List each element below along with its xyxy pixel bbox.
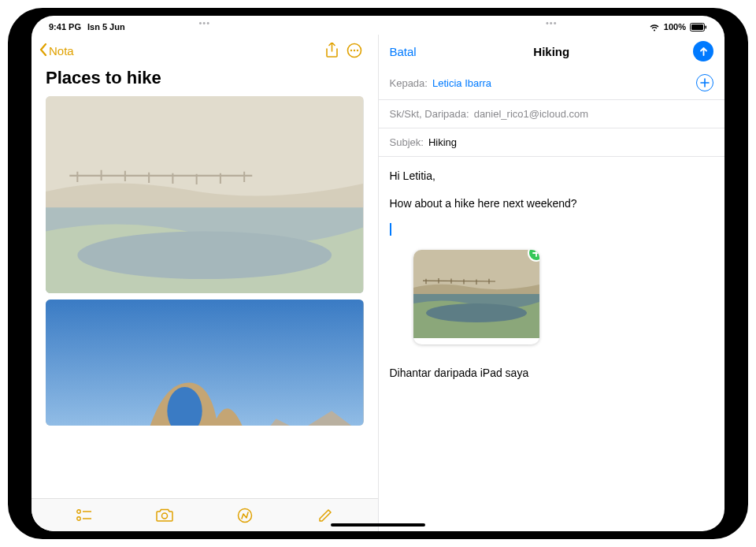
share-button[interactable] <box>321 39 343 61</box>
status-time: 9:41 PG <box>49 22 81 32</box>
notes-pane: ••• Nota Places to hike <box>32 16 378 531</box>
from-row[interactable]: Sk/Skt, Daripada: daniel_rico1@icloud.co… <box>379 100 725 128</box>
more-icon <box>346 43 362 58</box>
svg-point-25 <box>161 513 167 519</box>
status-date: Isn 5 Jun <box>87 22 125 32</box>
home-indicator[interactable] <box>331 523 425 527</box>
svg-point-6 <box>356 50 358 51</box>
body-line-2: How about a hike here next weekend? <box>390 195 714 212</box>
send-button[interactable] <box>693 41 713 61</box>
wifi-icon <box>649 22 660 32</box>
from-label: Sk/Skt, Daripada: <box>390 108 469 120</box>
back-button[interactable]: Nota <box>39 43 74 58</box>
note-image-1[interactable] <box>46 96 364 293</box>
subject-value: Hiking <box>428 136 457 148</box>
svg-rect-7 <box>46 96 363 199</box>
cancel-button[interactable]: Batal <box>390 45 417 58</box>
share-icon <box>325 43 339 58</box>
add-contact-button[interactable] <box>696 74 713 91</box>
screen: 9:41 PG Isn 5 Jun 100% ••• <box>32 16 724 531</box>
svg-point-4 <box>350 50 351 51</box>
chevron-left-icon <box>39 43 47 58</box>
to-recipient[interactable]: Leticia Ibarra <box>432 77 491 89</box>
mail-pane: ••• Batal Hiking Kepada: Leticia Ibarra … <box>379 16 725 531</box>
markup-icon <box>237 508 253 523</box>
ipad-frame: 9:41 PG Isn 5 Jun 100% ••• <box>8 8 748 539</box>
notes-toolbar: Nota <box>32 35 378 65</box>
svg-point-21 <box>77 509 80 512</box>
send-icon <box>699 47 709 57</box>
compose-icon <box>317 508 333 523</box>
to-label: Kepada: <box>390 77 428 89</box>
subject-row[interactable]: Subjek: Hiking <box>379 128 725 157</box>
from-value: daniel_rico1@icloud.com <box>474 108 588 120</box>
back-label: Nota <box>49 44 74 58</box>
checklist-button[interactable] <box>73 504 95 527</box>
svg-line-36 <box>423 281 495 281</box>
camera-icon <box>156 508 173 522</box>
note-image-2[interactable] <box>46 300 364 426</box>
markup-button[interactable] <box>234 504 256 527</box>
svg-point-23 <box>77 516 80 519</box>
checklist-icon <box>76 509 92 522</box>
svg-point-18 <box>77 231 332 279</box>
mail-signature: Dihantar daripada iPad saya <box>390 365 714 381</box>
mail-title: Hiking <box>533 45 569 58</box>
subject-label: Subjek: <box>390 136 424 148</box>
attachment-image[interactable] <box>413 250 539 344</box>
note-title[interactable]: Places to hike <box>32 65 378 96</box>
svg-point-37 <box>426 303 527 322</box>
svg-rect-1 <box>691 24 703 30</box>
add-attachment-icon <box>532 250 539 257</box>
notes-bottom-toolbar <box>32 498 378 531</box>
status-battery-pct: 100% <box>664 22 686 32</box>
multitask-dots-left[interactable]: ••• <box>198 18 210 28</box>
multitask-dots-right[interactable]: ••• <box>546 18 558 28</box>
svg-point-5 <box>353 50 354 51</box>
battery-icon <box>690 22 707 32</box>
more-button[interactable] <box>343 39 365 61</box>
svg-rect-2 <box>706 26 707 29</box>
mail-toolbar: Batal Hiking <box>379 35 725 66</box>
status-bar: 9:41 PG Isn 5 Jun 100% <box>32 16 724 35</box>
svg-rect-28 <box>413 250 539 291</box>
text-cursor <box>390 223 391 236</box>
body-greeting: Hi Letitia, <box>390 168 714 184</box>
add-contact-icon <box>700 78 710 87</box>
mail-body[interactable]: Hi Letitia, How about a hike here next w… <box>379 157 725 531</box>
to-row[interactable]: Kepada: Leticia Ibarra <box>379 66 725 100</box>
camera-button[interactable] <box>154 504 176 527</box>
